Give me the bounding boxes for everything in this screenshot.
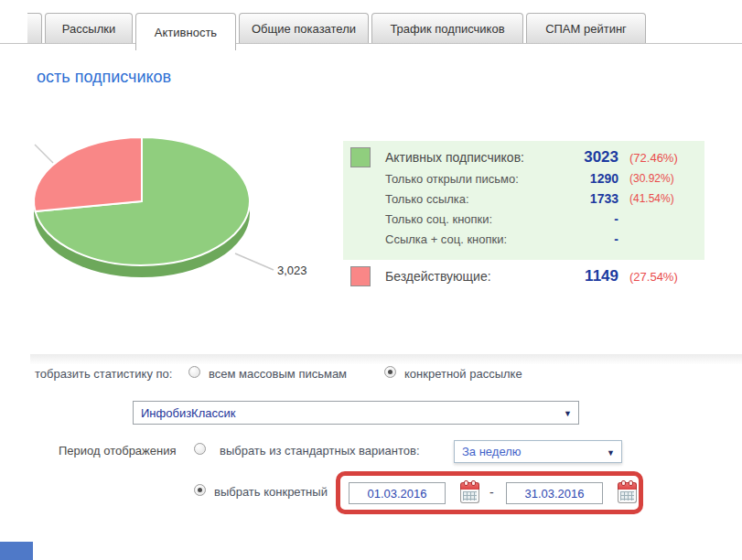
tab-bar: Рассылки Активность Общие показатели Тра… [0, 13, 742, 50]
legend-sub-value: 1290 [564, 171, 618, 186]
stats-by-label: тобразить статистику по: [35, 367, 172, 381]
pie-slice-inactive [34, 137, 142, 211]
legend-sub-label: Только открыли письмо: [385, 172, 564, 186]
radio-custom-period-label[interactable]: выбрать конкретный [214, 485, 328, 499]
period-label: Период отображения [59, 444, 177, 458]
page-title: ость подписчиков [37, 68, 171, 87]
calendar-icon-body [618, 490, 637, 503]
pie-svg: 3,023 [16, 124, 337, 289]
legend-sub-row: Только ссылка: 1733 (41.54%) [385, 188, 695, 209]
calendar-icon[interactable] [460, 481, 479, 503]
calendar-icon[interactable] [618, 481, 637, 503]
legend-green-swatch [350, 147, 371, 167]
pie-point-label: 3,023 [277, 264, 307, 277]
legend-sub-label: Только соц. кнопки: [385, 212, 564, 226]
activity-pie-chart: 3,023 [16, 124, 337, 289]
date-range-separator: - [489, 485, 494, 500]
tab-aktivnost[interactable]: Активность [135, 13, 236, 50]
form-section-divider [30, 354, 742, 364]
period-select[interactable]: За неделю ▼ [454, 440, 622, 463]
legend-sub-row: Ссылка + соц. кнопки: - [385, 229, 695, 249]
radio-specific-campaign[interactable] [384, 366, 396, 378]
radio-custom-period[interactable] [194, 484, 206, 496]
legend-sub-label: Только ссылка: [385, 192, 564, 206]
legend-active-label: Активных подписчиков: [385, 150, 564, 165]
pie-leader-line-cut [35, 145, 53, 163]
tab-spam-rating[interactable]: СПАМ рейтинг [526, 13, 646, 43]
legend-inactive-value: 1149 [564, 267, 618, 285]
calendar-icon-body [460, 490, 479, 503]
legend-sub-value: - [564, 211, 618, 226]
radio-standard-period[interactable] [194, 443, 206, 455]
legend-sub-row: Только соц. кнопки: - [385, 209, 695, 229]
tabbar-divider [0, 43, 742, 44]
date-from-input[interactable] [349, 482, 446, 504]
legend-sub-percent: (41.54%) [618, 192, 674, 205]
radio-standard-period-label[interactable]: выбрать из стандартных вариантов: [220, 444, 420, 458]
legend-sub-row: Только открыли письмо: 1290 (30.92%) [385, 168, 695, 188]
tab-cutoff[interactable] [27, 13, 42, 43]
calendar-icon-header [618, 482, 637, 490]
tab-trafik-podpischikov[interactable]: Трафик подписчиков [371, 13, 523, 43]
legend-active-row: Активных подписчиков: 3023 (72.46%) [350, 146, 695, 168]
pie-leader-line [235, 253, 274, 270]
legend-sub-value: 1733 [564, 191, 618, 206]
footer-fragment [0, 542, 33, 560]
legend-active-panel: Активных подписчиков: 3023 (72.46%) Толь… [343, 141, 704, 260]
chevron-down-icon: ▼ [564, 409, 572, 418]
legend-inactive-label: Бездействующие: [385, 269, 564, 284]
calendar-icon-header [460, 482, 479, 490]
radio-all-mass-letters[interactable] [188, 366, 200, 378]
legend-inactive-row: Бездействующие: 1149 (27.54%) [350, 265, 695, 287]
legend-sub-value: - [564, 232, 618, 246]
date-to-input[interactable] [506, 482, 603, 504]
campaign-select-value: ИнфобизКлассик [141, 406, 235, 420]
period-select-value: За неделю [462, 445, 522, 458]
radio-all-mass-letters-label[interactable]: всем массовым письмам [209, 367, 347, 381]
legend-inactive-panel: Бездействующие: 1149 (27.54%) [343, 265, 704, 287]
legend-red-swatch [350, 266, 371, 286]
tab-rassylki[interactable]: Рассылки [45, 13, 133, 43]
legend-inactive-percent: (27.54%) [618, 270, 678, 284]
legend-active-percent: (72.46%) [618, 151, 678, 165]
campaign-select[interactable]: ИнфобизКлассик ▼ [133, 401, 579, 425]
chevron-down-icon: ▼ [607, 448, 615, 458]
legend-active-value: 3023 [564, 148, 618, 167]
radio-specific-campaign-label[interactable]: конкретной рассылке [404, 367, 522, 381]
tab-obshie-pokazateli[interactable]: Общие показатели [239, 13, 369, 43]
legend-sub-label: Ссылка + соц. кнопки: [385, 232, 564, 246]
legend-sub-percent: (30.92%) [618, 172, 674, 185]
